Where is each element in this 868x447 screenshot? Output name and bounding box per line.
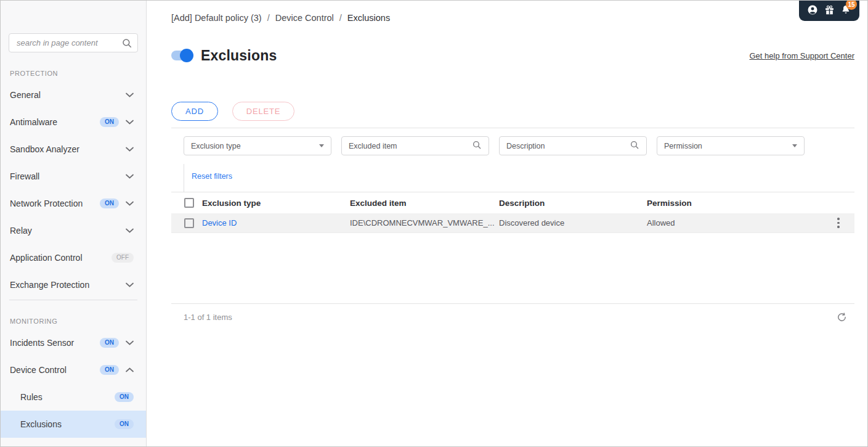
chevron-down-icon xyxy=(126,340,134,345)
permission-cell: Allowed xyxy=(647,218,827,228)
reset-filters-link[interactable]: Reset filters xyxy=(192,172,232,181)
caret-down-icon xyxy=(319,144,324,147)
sidebar-item-firewall[interactable]: Firewall xyxy=(1,163,146,190)
search-icon xyxy=(630,140,639,152)
sidebar: PROTECTION General Antimalware ON Sandbo… xyxy=(1,1,147,446)
sidebar-item-sandbox-analyzer[interactable]: Sandbox Analyzer xyxy=(1,136,146,163)
sidebar-item-device-control[interactable]: Device Control ON xyxy=(1,356,146,383)
sidebar-divider xyxy=(9,300,137,300)
status-badge: ON xyxy=(100,117,119,127)
sidebar-item-exchange-protection[interactable]: Exchange Protection xyxy=(1,271,146,298)
topbar-actions: 15 xyxy=(799,1,859,21)
notifications-button[interactable]: 15 xyxy=(840,4,851,17)
status-badge: ON xyxy=(100,338,119,348)
chevron-down-icon xyxy=(126,282,134,287)
breadcrumb: [Add] Default policy (3) / Device Contro… xyxy=(171,1,854,23)
breadcrumb-policy[interactable]: [Add] Default policy (3) xyxy=(171,13,262,23)
support-center-link[interactable]: Get help from Support Center xyxy=(749,51,854,60)
sidebar-item-general[interactable]: General xyxy=(1,81,146,109)
items-count: 1-1 of 1 items xyxy=(184,313,232,322)
sidebar-item-incidents-sensor[interactable]: Incidents Sensor ON xyxy=(1,329,146,356)
status-badge: ON xyxy=(100,199,119,208)
column-header-description: Description xyxy=(499,199,647,208)
status-badge: ON xyxy=(115,392,134,402)
excluded-item-cell: IDE\CDROMNECVMWAR_VMWARE_... xyxy=(350,218,499,228)
chevron-up-icon xyxy=(126,367,134,372)
exclusion-type-link[interactable]: Device ID xyxy=(202,218,350,228)
status-badge: ON xyxy=(100,365,119,375)
chevron-down-icon xyxy=(126,147,134,152)
whats-new-button[interactable] xyxy=(824,5,835,17)
column-header-exclusion-type: Exclusion type xyxy=(202,199,350,208)
sidebar-item-relay[interactable]: Relay xyxy=(1,217,146,244)
search-icon xyxy=(472,140,482,152)
exclusion-type-filter[interactable]: Exclusion type xyxy=(184,136,331,155)
chevron-down-icon xyxy=(126,92,134,97)
search-input[interactable] xyxy=(9,34,137,52)
excluded-item-input[interactable] xyxy=(349,142,472,150)
section-label-monitoring: MONITORING xyxy=(10,318,146,325)
sidebar-search xyxy=(9,33,138,52)
exclusions-toggle[interactable] xyxy=(171,51,193,60)
column-header-permission: Permission xyxy=(647,199,827,208)
row-checkbox[interactable] xyxy=(184,218,194,228)
column-header-excluded-item: Excluded item xyxy=(350,199,499,208)
table-footer: 1-1 of 1 items xyxy=(171,304,854,330)
breadcrumb-exclusions: Exclusions xyxy=(347,13,390,23)
account-button[interactable] xyxy=(807,4,818,17)
main-content: 15 [Add] Default policy (3) / Device Con… xyxy=(147,1,867,446)
delete-button[interactable]: DELETE xyxy=(232,102,294,121)
excluded-item-filter[interactable] xyxy=(341,136,489,155)
breadcrumb-device-control[interactable]: Device Control xyxy=(275,13,334,23)
status-badge: OFF xyxy=(112,253,134,263)
add-button[interactable]: ADD xyxy=(171,102,218,121)
gift-icon xyxy=(824,5,835,17)
select-all-checkbox[interactable] xyxy=(184,198,194,208)
filters-row: Exclusion type Permission xyxy=(184,136,854,155)
breadcrumb-separator: / xyxy=(267,13,270,23)
app-window: PROTECTION General Antimalware ON Sandbo… xyxy=(0,0,868,447)
table-header: Exclusion type Excluded item Description… xyxy=(171,192,854,213)
title-row: Exclusions Get help from Support Center xyxy=(171,46,854,65)
chevron-down-icon xyxy=(126,201,134,206)
user-icon xyxy=(807,4,818,17)
search-icon xyxy=(121,38,132,51)
toolbar: ADD DELETE xyxy=(171,102,854,121)
toolbar-divider xyxy=(171,128,854,128)
refresh-icon[interactable] xyxy=(837,312,847,322)
chevron-down-icon xyxy=(126,228,134,233)
chevron-down-icon xyxy=(126,120,134,125)
reset-filters-row: Reset filters xyxy=(184,164,854,192)
toggle-knob xyxy=(180,49,193,62)
page-title: Exclusions xyxy=(201,47,277,64)
description-filter[interactable] xyxy=(499,136,647,155)
sidebar-item-exclusions[interactable]: Exclusions ON xyxy=(1,411,146,438)
status-badge: ON xyxy=(115,419,134,429)
breadcrumb-separator: / xyxy=(339,13,342,23)
sidebar-item-antimalware[interactable]: Antimalware ON xyxy=(1,109,146,136)
section-label-protection: PROTECTION xyxy=(10,70,146,77)
table-row[interactable]: Device ID IDE\CDROMNECVMWAR_VMWARE_... D… xyxy=(171,213,854,233)
notification-count-badge: 15 xyxy=(846,0,857,10)
row-actions-menu-icon[interactable] xyxy=(831,216,846,231)
sidebar-item-network-protection[interactable]: Network Protection ON xyxy=(1,190,146,217)
chevron-down-icon xyxy=(126,174,134,179)
caret-down-icon xyxy=(792,144,797,147)
permission-filter[interactable]: Permission xyxy=(657,136,805,155)
description-input[interactable] xyxy=(506,142,630,150)
description-cell: Discovered device xyxy=(499,218,647,228)
sidebar-item-rules[interactable]: Rules ON xyxy=(1,383,146,411)
sidebar-item-application-control[interactable]: Application Control OFF xyxy=(1,244,146,271)
